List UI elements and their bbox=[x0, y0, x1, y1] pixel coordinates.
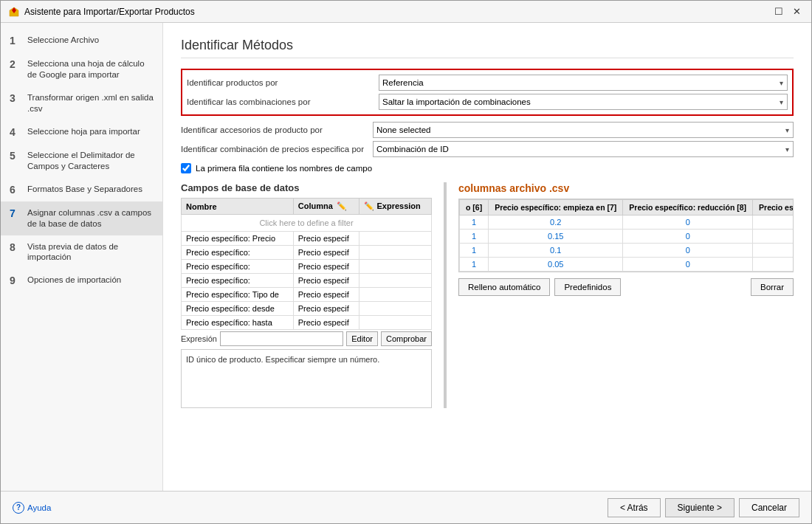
csv-cell: 0.1 bbox=[489, 244, 623, 258]
csv-col-0: o [6] bbox=[460, 200, 489, 216]
db-col-name: Nombre bbox=[182, 199, 294, 215]
titlebar: Asistente para Importar/Exportar Product… bbox=[1, 1, 811, 23]
identify-select-4[interactable]: Combinación de ID bbox=[373, 141, 794, 157]
csv-cell: 0 bbox=[623, 230, 753, 244]
expression-label: Expresión bbox=[181, 334, 217, 343]
sidebar-label-8: Vista previa de datos de importación bbox=[27, 241, 154, 263]
db-column: Campos de base de datos Nombre Columna ✏… bbox=[181, 182, 432, 408]
identify-select-1[interactable]: Referencia bbox=[379, 75, 788, 91]
row-col: Precio especif bbox=[293, 274, 359, 288]
action-row-left: Relleno automático Predefinidos bbox=[458, 278, 621, 296]
identify-select-wrapper-2: Saltar la importación de combinaciones bbox=[379, 94, 788, 110]
expression-input[interactable] bbox=[220, 331, 343, 346]
auto-fill-button[interactable]: Relleno automático bbox=[458, 278, 550, 296]
row-col: Precio especif bbox=[293, 232, 359, 246]
table-row[interactable]: Precio específico: desde Precio especif bbox=[182, 302, 432, 316]
sidebar-label-9: Opciones de importación bbox=[27, 275, 121, 286]
sidebar-item-9[interactable]: 9 Opciones de importación bbox=[1, 269, 162, 292]
cancel-button[interactable]: Cancelar bbox=[739, 498, 799, 517]
help-link[interactable]: ? Ayuda bbox=[13, 502, 51, 514]
csv-cell: 0.15 bbox=[489, 230, 623, 244]
sidebar-label-3: Transformar origen .xml en salida .csv bbox=[27, 92, 154, 114]
table-row[interactable]: Precio específico: Precio especif bbox=[182, 260, 432, 274]
minimize-button[interactable]: ☐ bbox=[771, 4, 786, 19]
expression-row: Expresión Editor Comprobar bbox=[181, 331, 432, 346]
help-label: Ayuda bbox=[27, 503, 51, 512]
sidebar-num-8: 8 bbox=[10, 241, 21, 253]
checkbox-label: La primera fila contiene los nombres de … bbox=[196, 164, 372, 173]
sidebar-label-1: Seleccione Archivo bbox=[27, 35, 99, 46]
next-button[interactable]: Siguiente > bbox=[665, 498, 734, 517]
db-table: Nombre Columna ✏️ ✏️ Expression bbox=[181, 198, 432, 330]
table-row[interactable]: Precio específico: hasta Precio especif bbox=[182, 316, 432, 330]
csv-cell: 0.05 bbox=[489, 258, 623, 272]
sidebar-num-9: 9 bbox=[10, 275, 21, 286]
identify-label-1: Identificar productos por bbox=[187, 78, 379, 87]
sidebar-item-6[interactable]: 6 Formatos Base y Separadores bbox=[1, 178, 162, 201]
sidebar-item-2[interactable]: 2 Selecciona una hoja de cálculo de Goog… bbox=[1, 52, 162, 86]
app-icon bbox=[8, 6, 20, 18]
db-col-column: Columna ✏️ bbox=[293, 199, 359, 215]
row-col: Precio especif bbox=[293, 302, 359, 316]
identify-select-3[interactable]: None selected bbox=[373, 122, 794, 138]
predefined-button[interactable]: Predefinidos bbox=[554, 278, 621, 296]
footer: ? Ayuda < Atrás Siguiente > Cancelar bbox=[1, 491, 811, 523]
editor-button[interactable]: Editor bbox=[346, 331, 378, 346]
sidebar-item-8[interactable]: 8 Vista previa de datos de importación bbox=[1, 235, 162, 269]
content-area: Identificar Métodos Identificar producto… bbox=[163, 23, 811, 491]
row-expr bbox=[359, 316, 432, 330]
sidebar-num-6: 6 bbox=[10, 184, 21, 196]
section-title: Identificar Métodos bbox=[181, 38, 794, 58]
first-row-checkbox[interactable] bbox=[181, 163, 191, 173]
edit-icon: ✏️ bbox=[337, 201, 347, 210]
checkbox-row: La primera fila contiene los nombres de … bbox=[181, 163, 794, 173]
db-col-expression: ✏️ Expression bbox=[359, 199, 432, 215]
sidebar-item-1[interactable]: 1 Seleccione Archivo bbox=[1, 29, 162, 52]
row-expr bbox=[359, 274, 432, 288]
delete-button[interactable]: Borrar bbox=[751, 278, 794, 296]
identify-select-wrapper-4: Combinación de ID bbox=[373, 141, 794, 157]
sidebar-num-7: 7 bbox=[10, 207, 21, 219]
sidebar-label-7: Asignar columnas .csv a campos de la bas… bbox=[27, 207, 154, 230]
close-button[interactable]: ✕ bbox=[789, 4, 804, 19]
table-row[interactable]: Precio específico: Tipo de Precio especi… bbox=[182, 288, 432, 302]
filter-text[interactable]: Click here to define a filter bbox=[182, 215, 432, 232]
sidebar-label-5: Seleccione el Delimitador de Campos y Ca… bbox=[27, 150, 154, 172]
csv-cell bbox=[753, 230, 794, 244]
back-button[interactable]: < Atrás bbox=[608, 498, 661, 517]
identify-select-wrapper-3: None selected bbox=[373, 122, 794, 138]
row-name: Precio específico: bbox=[182, 246, 294, 260]
sidebar-item-3[interactable]: 3 Transformar origen .xml en salida .csv bbox=[1, 86, 162, 120]
row-name: Precio específico: hasta bbox=[182, 316, 294, 330]
csv-cell: 1 bbox=[460, 244, 489, 258]
sidebar-num-3: 3 bbox=[10, 92, 21, 104]
csv-row: 1 0.15 0 bbox=[460, 230, 794, 244]
identify-select-2[interactable]: Saltar la importación de combinaciones bbox=[379, 94, 788, 110]
sidebar-num-2: 2 bbox=[10, 58, 21, 70]
main-content: 1 Seleccione Archivo 2 Selecciona una ho… bbox=[1, 23, 811, 491]
description-box: ID único de producto. Especificar siempr… bbox=[181, 349, 432, 408]
table-row[interactable]: Precio específico: Precio especif bbox=[182, 246, 432, 260]
filter-row[interactable]: Click here to define a filter bbox=[182, 215, 432, 232]
sidebar-item-4[interactable]: 4 Seleccione hoja para importar bbox=[1, 120, 162, 144]
sidebar-num-4: 4 bbox=[10, 126, 21, 138]
identify-select-wrapper-1: Referencia bbox=[379, 75, 788, 91]
row-expr bbox=[359, 246, 432, 260]
two-column-section: Campos de base de datos Nombre Columna ✏… bbox=[181, 182, 794, 408]
csv-row: 1 0.2 0 bbox=[460, 216, 794, 230]
csv-col-1: Precio específico: empieza en [7] bbox=[489, 200, 623, 216]
sidebar-item-5[interactable]: 5 Seleccione el Delimitador de Campos y … bbox=[1, 144, 162, 178]
csv-cell: 0 bbox=[623, 258, 753, 272]
csv-col-3: Precio específico: In bbox=[753, 200, 794, 216]
sidebar-item-7[interactable]: 7 Asignar columnas .csv a campos de la b… bbox=[1, 201, 162, 235]
identify-row-2: Identificar las combinaciones por Saltar… bbox=[187, 94, 788, 110]
vertical-divider bbox=[444, 182, 447, 408]
sidebar-label-4: Seleccione hoja para importar bbox=[27, 126, 140, 137]
csv-table: o [6] Precio específico: empieza en [7] … bbox=[459, 199, 794, 272]
check-button[interactable]: Comprobar bbox=[381, 331, 432, 346]
sidebar-num-5: 5 bbox=[10, 150, 21, 162]
table-row[interactable]: Precio específico: Precio especif bbox=[182, 274, 432, 288]
csv-cell: 0.2 bbox=[489, 216, 623, 230]
csv-column: columnas archivo .csv o [6] Precio espec… bbox=[458, 182, 794, 408]
table-row[interactable]: Precio específico: Precio Precio especif bbox=[182, 232, 432, 246]
